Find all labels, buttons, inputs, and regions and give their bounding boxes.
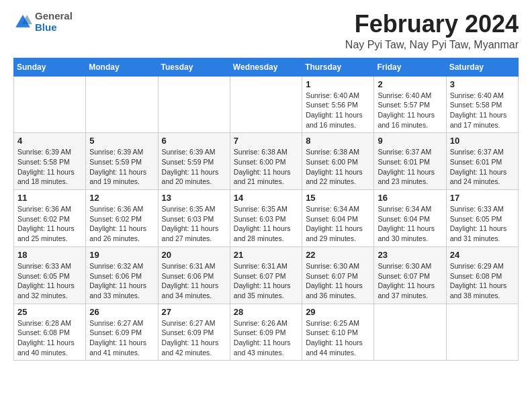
- cell-day-number: 13: [162, 193, 226, 203]
- cell-day-number: 17: [450, 193, 515, 203]
- cell-day-number: 2: [378, 79, 442, 89]
- calendar-cell: [446, 304, 518, 361]
- week-row-3: 18Sunrise: 6:33 AMSunset: 6:05 PMDayligh…: [14, 246, 519, 304]
- calendar-body: 1Sunrise: 6:40 AMSunset: 5:56 PMDaylight…: [14, 76, 519, 361]
- col-header-wednesday: Wednesday: [230, 58, 302, 76]
- calendar-cell: 8Sunrise: 6:38 AMSunset: 6:00 PMDaylight…: [302, 133, 374, 190]
- cell-info: Sunrise: 6:30 AMSunset: 6:07 PMDaylight:…: [378, 261, 442, 301]
- calendar-cell: 23Sunrise: 6:30 AMSunset: 6:07 PMDayligh…: [374, 246, 446, 304]
- month-title: February 2024: [345, 11, 519, 38]
- cell-info: Sunrise: 6:34 AMSunset: 6:04 PMDaylight:…: [306, 204, 370, 244]
- col-header-sunday: Sunday: [14, 58, 86, 76]
- col-header-tuesday: Tuesday: [158, 58, 230, 76]
- col-header-saturday: Saturday: [446, 58, 518, 76]
- col-header-monday: Monday: [86, 58, 158, 76]
- cell-info: Sunrise: 6:35 AMSunset: 6:03 PMDaylight:…: [162, 204, 226, 244]
- cell-info: Sunrise: 6:39 AMSunset: 5:59 PMDaylight:…: [162, 147, 226, 187]
- cell-info: Sunrise: 6:37 AMSunset: 6:01 PMDaylight:…: [450, 147, 515, 187]
- page-header: General Blue February 2024 Nay Pyi Taw, …: [13, 11, 519, 51]
- cell-day-number: 14: [234, 193, 298, 203]
- cell-info: Sunrise: 6:30 AMSunset: 6:07 PMDaylight:…: [306, 261, 370, 301]
- cell-info: Sunrise: 6:36 AMSunset: 6:02 PMDaylight:…: [89, 204, 154, 244]
- cell-day-number: 5: [89, 136, 154, 146]
- calendar-cell: 4Sunrise: 6:39 AMSunset: 5:58 PMDaylight…: [14, 133, 86, 190]
- cell-day-number: 24: [450, 250, 515, 260]
- logo-blue-text: Blue: [35, 22, 73, 34]
- cell-day-number: 19: [89, 250, 154, 260]
- cell-day-number: 29: [306, 307, 370, 317]
- cell-day-number: 16: [378, 193, 442, 203]
- cell-info: Sunrise: 6:33 AMSunset: 6:05 PMDaylight:…: [450, 204, 515, 244]
- cell-info: Sunrise: 6:31 AMSunset: 6:06 PMDaylight:…: [162, 261, 226, 301]
- cell-info: Sunrise: 6:25 AMSunset: 6:10 PMDaylight:…: [306, 318, 370, 358]
- calendar-cell: [158, 76, 230, 133]
- calendar-cell: 1Sunrise: 6:40 AMSunset: 5:56 PMDaylight…: [302, 76, 374, 133]
- calendar-cell: 28Sunrise: 6:26 AMSunset: 6:09 PMDayligh…: [230, 304, 302, 361]
- calendar-cell: 12Sunrise: 6:36 AMSunset: 6:02 PMDayligh…: [86, 190, 158, 247]
- cell-day-number: 28: [234, 307, 298, 317]
- cell-info: Sunrise: 6:29 AMSunset: 6:08 PMDaylight:…: [450, 261, 515, 301]
- logo: General Blue: [13, 11, 73, 33]
- calendar-cell: 19Sunrise: 6:32 AMSunset: 6:06 PMDayligh…: [86, 246, 158, 304]
- cell-info: Sunrise: 6:40 AMSunset: 5:58 PMDaylight:…: [450, 91, 515, 130]
- cell-info: Sunrise: 6:35 AMSunset: 6:03 PMDaylight:…: [234, 204, 298, 244]
- title-block: February 2024 Nay Pyi Taw, Nay Pyi Taw, …: [345, 11, 519, 51]
- calendar-cell: 25Sunrise: 6:28 AMSunset: 6:08 PMDayligh…: [14, 304, 86, 361]
- calendar-cell: 20Sunrise: 6:31 AMSunset: 6:06 PMDayligh…: [158, 246, 230, 304]
- col-header-thursday: Thursday: [302, 58, 374, 76]
- cell-day-number: 11: [17, 193, 82, 203]
- cell-day-number: 10: [450, 136, 515, 146]
- cell-day-number: 21: [234, 250, 298, 260]
- calendar-header-row: SundayMondayTuesdayWednesdayThursdayFrid…: [14, 58, 519, 76]
- cell-day-number: 26: [89, 307, 154, 317]
- week-row-0: 1Sunrise: 6:40 AMSunset: 5:56 PMDaylight…: [14, 76, 519, 133]
- calendar-table: SundayMondayTuesdayWednesdayThursdayFrid…: [13, 58, 519, 361]
- calendar-cell: [230, 76, 302, 133]
- cell-info: Sunrise: 6:28 AMSunset: 6:08 PMDaylight:…: [17, 318, 82, 358]
- week-row-2: 11Sunrise: 6:36 AMSunset: 6:02 PMDayligh…: [14, 190, 519, 247]
- calendar-cell: 3Sunrise: 6:40 AMSunset: 5:58 PMDaylight…: [446, 76, 518, 133]
- logo-general-text: General: [35, 11, 73, 22]
- cell-info: Sunrise: 6:36 AMSunset: 6:02 PMDaylight:…: [17, 204, 82, 244]
- logo-text: General Blue: [35, 11, 73, 33]
- cell-info: Sunrise: 6:38 AMSunset: 6:00 PMDaylight:…: [234, 147, 298, 187]
- calendar-cell: 22Sunrise: 6:30 AMSunset: 6:07 PMDayligh…: [302, 246, 374, 304]
- calendar-cell: 27Sunrise: 6:27 AMSunset: 6:09 PMDayligh…: [158, 304, 230, 361]
- cell-day-number: 6: [162, 136, 226, 146]
- cell-day-number: 3: [450, 79, 515, 89]
- cell-day-number: 9: [378, 136, 442, 146]
- calendar-cell: 14Sunrise: 6:35 AMSunset: 6:03 PMDayligh…: [230, 190, 302, 247]
- cell-info: Sunrise: 6:38 AMSunset: 6:00 PMDaylight:…: [306, 147, 370, 187]
- cell-info: Sunrise: 6:40 AMSunset: 5:57 PMDaylight:…: [378, 91, 442, 130]
- cell-info: Sunrise: 6:39 AMSunset: 5:59 PMDaylight:…: [89, 147, 154, 187]
- cell-info: Sunrise: 6:34 AMSunset: 6:04 PMDaylight:…: [378, 204, 442, 244]
- calendar-cell: 10Sunrise: 6:37 AMSunset: 6:01 PMDayligh…: [446, 133, 518, 190]
- cell-info: Sunrise: 6:27 AMSunset: 6:09 PMDaylight:…: [89, 318, 154, 358]
- cell-day-number: 7: [234, 136, 298, 146]
- cell-day-number: 27: [162, 307, 226, 317]
- cell-day-number: 22: [306, 250, 370, 260]
- calendar-cell: 29Sunrise: 6:25 AMSunset: 6:10 PMDayligh…: [302, 304, 374, 361]
- calendar-cell: 26Sunrise: 6:27 AMSunset: 6:09 PMDayligh…: [86, 304, 158, 361]
- cell-day-number: 20: [162, 250, 226, 260]
- calendar-cell: [86, 76, 158, 133]
- cell-info: Sunrise: 6:40 AMSunset: 5:56 PMDaylight:…: [306, 91, 370, 130]
- calendar-cell: 17Sunrise: 6:33 AMSunset: 6:05 PMDayligh…: [446, 190, 518, 247]
- cell-day-number: 15: [306, 193, 370, 203]
- calendar-cell: 5Sunrise: 6:39 AMSunset: 5:59 PMDaylight…: [86, 133, 158, 190]
- calendar-cell: 18Sunrise: 6:33 AMSunset: 6:05 PMDayligh…: [14, 246, 86, 304]
- cell-info: Sunrise: 6:32 AMSunset: 6:06 PMDaylight:…: [89, 261, 154, 301]
- calendar-cell: 11Sunrise: 6:36 AMSunset: 6:02 PMDayligh…: [14, 190, 86, 247]
- calendar-cell: 21Sunrise: 6:31 AMSunset: 6:07 PMDayligh…: [230, 246, 302, 304]
- logo-icon: [13, 13, 32, 32]
- col-header-friday: Friday: [374, 58, 446, 76]
- week-row-1: 4Sunrise: 6:39 AMSunset: 5:58 PMDaylight…: [14, 133, 519, 190]
- cell-day-number: 23: [378, 250, 442, 260]
- calendar-cell: 6Sunrise: 6:39 AMSunset: 5:59 PMDaylight…: [158, 133, 230, 190]
- calendar-cell: 24Sunrise: 6:29 AMSunset: 6:08 PMDayligh…: [446, 246, 518, 304]
- calendar-cell: 2Sunrise: 6:40 AMSunset: 5:57 PMDaylight…: [374, 76, 446, 133]
- cell-day-number: 25: [17, 307, 82, 317]
- cell-info: Sunrise: 6:33 AMSunset: 6:05 PMDaylight:…: [17, 261, 82, 301]
- cell-info: Sunrise: 6:26 AMSunset: 6:09 PMDaylight:…: [234, 318, 298, 358]
- calendar-cell: 7Sunrise: 6:38 AMSunset: 6:00 PMDaylight…: [230, 133, 302, 190]
